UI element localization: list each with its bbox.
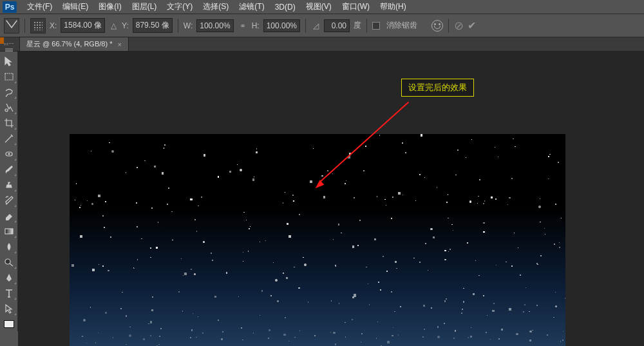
menu-file[interactable]: 文件(F) (22, 0, 57, 14)
svg-point-1 (5, 109, 8, 111)
h-label: H: (252, 21, 260, 30)
svg-point-5 (8, 278, 10, 279)
lasso-tool[interactable] (1, 85, 17, 99)
dodge-tool[interactable] (1, 255, 17, 269)
close-tab-button[interactable]: × (117, 41, 121, 48)
rectangle-tool[interactable] (1, 317, 17, 331)
delta-icon[interactable]: △ (109, 21, 118, 30)
tool-panel (0, 52, 18, 331)
blur-tool[interactable] (1, 240, 17, 254)
svg-point-4 (5, 259, 10, 264)
menu-help[interactable]: 帮助(H) (375, 0, 412, 14)
w-value[interactable]: 100.00% (196, 19, 233, 32)
work-area: 设置完后的效果 (18, 52, 644, 346)
clone-stamp-tool[interactable] (1, 178, 17, 192)
crop-tool[interactable] (1, 116, 17, 130)
separator (305, 19, 306, 33)
tool-preset-picker[interactable] (4, 18, 19, 34)
annotation-label: 设置完后的效果 (401, 79, 474, 97)
marquee-tool[interactable] (1, 70, 17, 84)
antialias-label: 消除锯齿 (386, 20, 417, 31)
x-label: X: (50, 21, 57, 30)
angle-icon: ◿ (311, 21, 320, 30)
menu-edit[interactable]: 编辑(E) (57, 0, 93, 14)
commit-transform-button[interactable]: ✔ (468, 19, 476, 32)
angle-unit: 度 (354, 20, 361, 31)
app-logo: Ps (3, 1, 17, 13)
type-tool[interactable] (1, 286, 17, 300)
y-value[interactable]: 879.50 像 (133, 18, 173, 33)
move-tool[interactable] (1, 54, 17, 68)
menu-type[interactable]: 文字(Y) (162, 0, 198, 14)
separator (366, 19, 367, 33)
canvas-content (70, 134, 565, 346)
puppet-warp-icon[interactable] (431, 20, 443, 32)
x-value[interactable]: 1584.00 像 (61, 18, 105, 33)
menu-bar: Ps 文件(F) 编辑(E) 图像(I) 图层(L) 文字(Y) 选择(S) 滤… (0, 0, 644, 14)
gradient-tool[interactable] (1, 224, 17, 238)
svg-rect-3 (5, 229, 13, 234)
angle-value[interactable]: 0.00 (324, 19, 350, 32)
eyedropper-tool[interactable] (1, 131, 17, 146)
svg-rect-0 (5, 73, 13, 80)
options-bar: X: 1584.00 像 △ Y: 879.50 像 W: 100.00% ⚭ … (0, 14, 644, 37)
document-tab-title: 星云 @ 66.7% (4, RGB/8) * (26, 39, 112, 49)
document-canvas[interactable] (70, 134, 565, 346)
menu-filter[interactable]: 滤镜(T) (234, 0, 269, 14)
antialias-checkbox[interactable] (372, 22, 380, 30)
menu-window[interactable]: 窗口(W) (337, 0, 375, 14)
menu-image[interactable]: 图像(I) (93, 0, 126, 14)
document-tab-bar: 星云 @ 66.7% (4, RGB/8) * × (0, 37, 644, 52)
y-label: Y: (122, 21, 129, 30)
quick-select-tool[interactable] (1, 101, 17, 115)
cancel-transform-button[interactable]: ⊘ (454, 19, 464, 33)
brush-tool[interactable] (1, 162, 17, 177)
separator (448, 19, 449, 33)
link-icon[interactable]: ⚭ (238, 21, 248, 31)
document-tab[interactable]: 星云 @ 66.7% (4, RGB/8) * × (19, 37, 129, 51)
reference-point-grid[interactable] (30, 18, 46, 34)
path-select-tool[interactable] (1, 302, 17, 316)
separator (178, 19, 178, 33)
menu-view[interactable]: 视图(V) (301, 0, 337, 14)
history-brush-tool[interactable] (1, 193, 17, 207)
eraser-tool[interactable] (1, 209, 17, 223)
annotation-text: 设置完后的效果 (408, 82, 467, 92)
tab-grip[interactable] (1, 37, 17, 50)
h-value[interactable]: 100.00% (263, 19, 300, 32)
menu-select[interactable]: 选择(S) (198, 0, 234, 14)
healing-brush-tool[interactable] (1, 147, 17, 161)
w-label: W: (184, 21, 193, 30)
menu-layer[interactable]: 图层(L) (127, 0, 162, 14)
separator (24, 19, 25, 33)
pen-tool[interactable] (1, 271, 17, 285)
menu-3d[interactable]: 3D(D) (270, 1, 301, 13)
